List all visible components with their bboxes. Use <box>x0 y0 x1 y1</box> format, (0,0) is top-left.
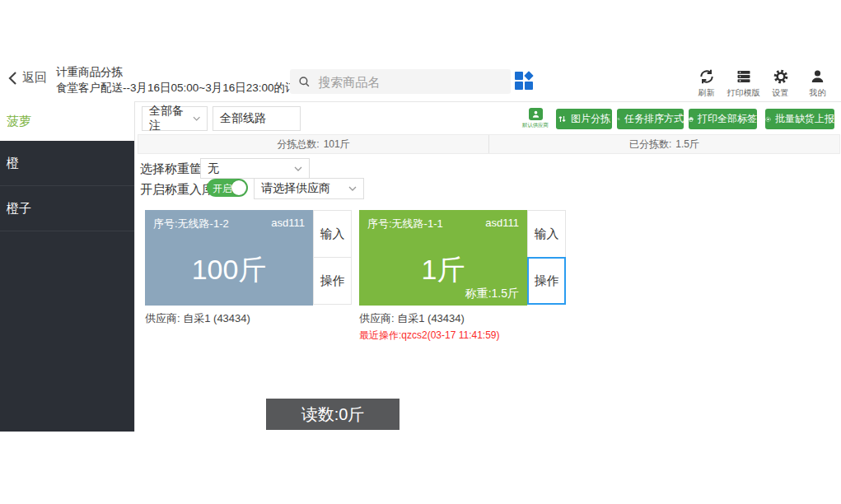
input-button[interactable]: 输入 <box>313 210 352 258</box>
report-icon <box>765 114 771 124</box>
task-sort-order-label: 任务排序方式 <box>624 112 684 126</box>
input-button-label: 输入 <box>320 226 345 242</box>
task-supplier: 供应商: 自采1 (43434) <box>359 311 527 326</box>
total-count-label: 分拣总数: <box>277 138 319 152</box>
scale-reading-value: 读数:0斤 <box>301 404 365 426</box>
task-serial: 序号:无线路-1-1 <box>367 217 443 231</box>
task-code: asd111 <box>271 217 305 231</box>
input-button-label: 输入 <box>535 226 559 242</box>
bulk-stockout-report-button[interactable]: 批量缺货上报 <box>765 109 834 129</box>
weigh-inbound-toggle[interactable]: 开启 <box>207 179 248 197</box>
task-card-buttons: 输入 操作 <box>527 210 566 305</box>
stats-bar: 分拣总数: 101斤 已分拣数: 1.5斤 <box>138 134 840 154</box>
user-icon <box>810 68 825 85</box>
search-input[interactable] <box>316 74 502 90</box>
search-icon <box>298 75 310 88</box>
task-card-header: 序号:无线路-1-2 asd111 <box>153 217 305 231</box>
supplier-person-icon <box>529 108 543 120</box>
bulk-stockout-report-label: 批量缺货上报 <box>775 112 834 126</box>
profile-label: 我的 <box>810 87 826 99</box>
task-card-body[interactable]: 序号:无线路-1-2 asd111 100斤 <box>145 210 313 306</box>
task-last-operation: 最近操作:qzcs2(03-17 11:41:59) <box>359 329 527 343</box>
operate-button-label: 操作 <box>320 273 345 289</box>
scale-reading: 读数:0斤 <box>266 399 399 430</box>
toggle-on-label: 开启 <box>213 182 232 196</box>
header-actions: 刷新 打印模版 设置 我的 <box>688 68 836 99</box>
gear-icon <box>773 68 789 85</box>
task-card-body[interactable]: 序号:无线路-1-1 asd111 1斤 称重:1.5斤 <box>359 210 527 306</box>
sorted-count-label: 已分拣数: <box>629 138 671 152</box>
default-supplier-label: 默认供应商 <box>521 122 549 129</box>
route-filter-select[interactable]: 全部线路 <box>213 106 301 131</box>
sort-icon <box>558 114 567 124</box>
supplier-select[interactable]: 请选择供应商 <box>254 178 364 199</box>
task-quantity: 100斤 <box>145 251 313 289</box>
default-supplier-button[interactable]: 默认供应商 <box>518 108 553 131</box>
back-button[interactable]: 返回 <box>8 70 47 86</box>
apps-icon-diamond <box>524 71 534 81</box>
task-card-buttons: 输入 操作 <box>313 210 352 305</box>
weigh-basket-value: 无 <box>208 161 219 176</box>
task-card: 序号:无线路-1-2 asd111 100斤 输入 操作 供应商: 自采1 (4… <box>145 210 313 326</box>
print-template-button[interactable]: 打印模版 <box>725 68 762 99</box>
task-supplier: 供应商: 自采1 (43434) <box>145 311 313 326</box>
print-all-labels-button[interactable]: 打印全部标签 <box>689 109 757 129</box>
apps-icon-square <box>515 82 523 90</box>
profile-button[interactable]: 我的 <box>799 68 836 99</box>
sidebar-item[interactable]: 橙 <box>0 141 134 186</box>
operate-button-active[interactable]: 操作 <box>527 257 566 305</box>
print-all-labels-label: 打印全部标签 <box>698 112 757 126</box>
task-card-header: 序号:无线路-1-1 asd111 <box>367 217 519 231</box>
task-code: asd111 <box>485 217 519 231</box>
back-icon <box>8 72 17 85</box>
task-quantity: 1斤 <box>359 251 527 289</box>
supplier-select-placeholder: 请选择供应商 <box>261 181 330 196</box>
picture-sorting-label: 图片分拣 <box>571 112 610 126</box>
sorted-count-cell: 已分拣数: 1.5斤 <box>488 135 839 153</box>
note-filter-value: 全部备注 <box>149 104 193 133</box>
sidebar-item[interactable]: 橙子 <box>0 186 134 231</box>
sidebar-item-label: 橙子 <box>7 201 31 215</box>
weigh-inbound-label: 开启称重入库: <box>140 182 217 198</box>
page-title: 计重商品分拣 <box>56 65 307 79</box>
search-box[interactable] <box>290 69 511 94</box>
sidebar-item-selected[interactable]: 菠萝 <box>0 101 134 141</box>
chevron-down-icon <box>193 116 200 121</box>
print-template-label: 打印模版 <box>727 87 760 99</box>
settings-label: 设置 <box>773 87 789 99</box>
chevron-down-icon <box>294 166 302 171</box>
picture-sorting-button[interactable]: 图片分拣 <box>556 109 612 129</box>
sort-icon <box>617 114 620 124</box>
operate-button[interactable]: 操作 <box>313 257 352 305</box>
task-card: 序号:无线路-1-1 asd111 1斤 称重:1.5斤 输入 操作 供应商: … <box>359 210 527 343</box>
apps-icon[interactable] <box>515 72 533 90</box>
task-sort-order-button[interactable]: 任务排序方式 <box>617 109 684 129</box>
back-label: 返回 <box>22 70 47 86</box>
refresh-icon <box>698 68 715 85</box>
refresh-label: 刷新 <box>698 87 715 99</box>
header: 返回 计重商品分拣 食堂客户配送--3月16日05:00~3月16日23:00的… <box>0 62 841 102</box>
weigh-basket-select[interactable]: 无 <box>200 158 310 179</box>
title-block: 计重商品分拣 食堂客户配送--3月16日05:00~3月16日23:00的订单 <box>56 65 307 95</box>
note-filter-select[interactable]: 全部备注 <box>142 106 208 131</box>
sidebar-item-label: 橙 <box>7 156 19 170</box>
operate-button-label: 操作 <box>535 273 559 289</box>
page-subtitle: 食堂客户配送--3月16日05:00~3月16日23:00的订单 <box>56 81 307 95</box>
task-serial: 序号:无线路-1-2 <box>153 217 229 231</box>
sidebar: 橙 橙子 <box>0 141 134 432</box>
printer-icon <box>689 114 694 124</box>
route-filter-value: 全部线路 <box>220 111 266 126</box>
refresh-button[interactable]: 刷新 <box>688 68 725 99</box>
input-button[interactable]: 输入 <box>527 210 566 258</box>
toggle-knob <box>231 180 246 195</box>
apps-icon-square <box>525 82 533 90</box>
total-count-cell: 分拣总数: 101斤 <box>138 135 488 153</box>
task-weighed: 称重:1.5斤 <box>465 287 519 301</box>
settings-button[interactable]: 设置 <box>762 68 799 99</box>
sidebar-item-label: 菠萝 <box>7 114 31 129</box>
weigh-basket-label: 选择称重筐: <box>140 161 205 177</box>
print-template-icon <box>736 68 752 85</box>
total-count-value: 101斤 <box>324 138 350 152</box>
apps-icon-square <box>515 72 523 80</box>
sorted-count-value: 1.5斤 <box>675 138 699 152</box>
